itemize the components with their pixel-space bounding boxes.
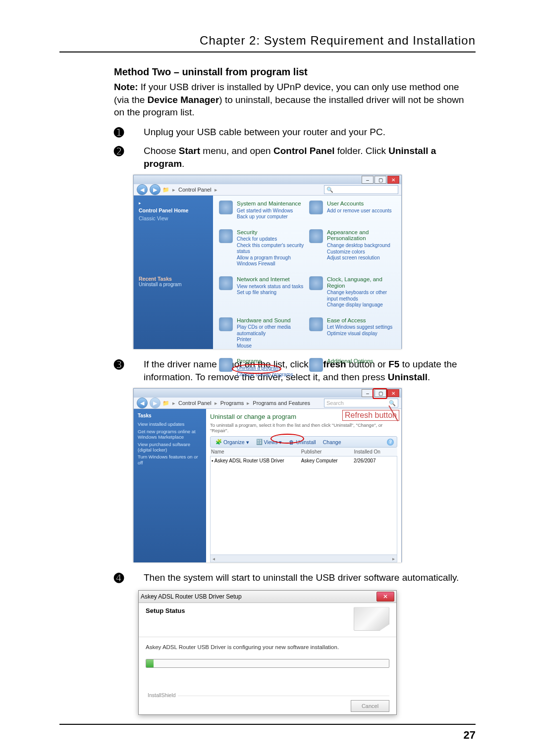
back-button[interactable]: ◀ (137, 184, 148, 195)
link-backup[interactable]: Back up your computer (237, 214, 301, 220)
breadcrumb-programs[interactable]: Programs (220, 400, 244, 406)
ease-icon (309, 317, 323, 331)
table-row[interactable]: ▪ Askey ADSL Router USB Driver Askey Com… (211, 456, 397, 465)
cat-security[interactable]: Security Check for updates Check this co… (219, 229, 305, 267)
cat-ease-access[interactable]: Ease of Access Let Windows suggest setti… (309, 317, 395, 350)
close-button[interactable]: ✕ (387, 389, 399, 397)
sidebar-classic-view[interactable]: Classic View (139, 215, 208, 221)
back-button[interactable]: ◀ (137, 398, 148, 408)
link-suggest-settings[interactable]: Let Windows suggest settings (327, 324, 392, 331)
link-printer[interactable]: Printer (237, 337, 305, 343)
change-button[interactable]: Change (321, 438, 343, 446)
user-accounts-icon (309, 201, 323, 214)
toolbar: 🧩 Organize ▾ 🔡 Views ▾ 🗑 Uninstall (210, 436, 397, 448)
organize-button[interactable]: 🧩 Organize ▾ (214, 438, 251, 446)
task-marketplace[interactable]: Get new programs online at Windows Marke… (138, 429, 202, 440)
header-rule (59, 51, 476, 52)
control-panel-main: System and Maintenance Get started with … (213, 196, 401, 349)
dialog-titlebar: Askey ADSL Router USB Driver Setup ✕ (139, 591, 396, 603)
link-screen-res[interactable]: Adjust screen resolution (327, 255, 395, 261)
page-number: 27 (59, 729, 476, 742)
task-windows-features[interactable]: Turn Windows features on or off (138, 454, 202, 465)
cat-hardware[interactable]: Hardware and Sound Play CDs or other med… (219, 317, 305, 350)
dialog-title: Askey ADSL Router USB Driver Setup (141, 593, 242, 600)
program-list[interactable]: ▪ Askey ADSL Router USB Driver Askey Com… (210, 456, 397, 562)
close-button[interactable]: ✕ (387, 176, 399, 184)
folder-icon: 📁 (162, 400, 169, 406)
link-file-sharing[interactable]: Set up file sharing (237, 290, 303, 296)
link-customize-colors[interactable]: Customize colors (327, 249, 395, 255)
figure-installshield: Askey ADSL Router USB Driver Setup ✕ Set… (138, 590, 397, 715)
views-button[interactable]: 🔡 Views ▾ (254, 438, 284, 446)
views-label: Views (264, 439, 278, 445)
method-heading: Method Two – uninstall from program list (114, 66, 476, 78)
breadcrumb-control-panel[interactable]: Control Panel (178, 187, 212, 193)
link-optimize-visual[interactable]: Optimize visual display (327, 331, 392, 337)
views-icon: 🔡 (256, 439, 263, 445)
footer-rule (59, 724, 476, 725)
help-button[interactable]: ? (387, 439, 394, 446)
forward-button[interactable]: ▶ (150, 184, 160, 195)
search-box[interactable]: 🔍 (324, 185, 398, 194)
task-purchased[interactable]: View purchased software (digital locker) (138, 442, 202, 453)
minimize-button[interactable]: – (362, 176, 374, 184)
figure-control-panel: – ▢ ✕ ◀ ▶ 📁 ▸ Control Panel ▸ 🔍 ▸ Contro… (133, 175, 402, 349)
col-installed[interactable]: Installed On (354, 449, 396, 454)
link-uninstall-program[interactable]: Uninstall a program (237, 365, 293, 372)
step-4-text: Then the system will start to uninstall … (144, 571, 476, 584)
step-2-number: ➋ (114, 145, 144, 158)
link-check-updates[interactable]: Check for updates (237, 236, 305, 243)
link-network-status[interactable]: View network status and tasks (237, 284, 303, 290)
window-titlebar: – ▢ ✕ (134, 175, 401, 184)
breadcrumb-features[interactable]: Programs and Features (253, 400, 310, 406)
control-panel-sidebar: ▸ Control Panel Home Classic View Recent… (134, 196, 213, 349)
step-4-number: ➍ (114, 571, 144, 585)
link-desktop-bg[interactable]: Change desktop background (327, 243, 395, 249)
link-firewall[interactable]: Allow a program through Windows Firewall (237, 255, 305, 267)
link-keyboards[interactable]: Change keyboards or other input methods (327, 290, 395, 302)
cat-additional[interactable]: Additional Options (309, 358, 395, 378)
maximize-button[interactable]: ▢ (374, 176, 386, 184)
col-publisher[interactable]: Publisher (301, 449, 354, 454)
cell-publisher: Askey Computer (301, 458, 354, 463)
list-header: Name Publisher Installed On (210, 448, 397, 456)
sidebar-recent-item[interactable]: Uninstall a program (139, 282, 208, 287)
forward-button[interactable]: ▶ (150, 398, 160, 408)
cat-user-accounts[interactable]: User Accounts Add or remove user account… (309, 201, 395, 220)
dialog-footer: InstallShield Cancel (146, 696, 389, 712)
link-display-lang[interactable]: Change display language (327, 302, 395, 308)
cat-programs[interactable]: Programs Uninstall a program Change star… (219, 358, 305, 378)
cat-title: Security (237, 229, 305, 236)
hardware-icon (219, 317, 233, 331)
search-box[interactable]: Search 🔍 (324, 399, 398, 407)
link-check-security[interactable]: Check this computer's security status (237, 243, 305, 255)
cat-clock-lang[interactable]: Clock, Language, and Region Change keybo… (309, 276, 395, 308)
cat-system-maintenance[interactable]: System and Maintenance Get started with … (219, 201, 305, 220)
cancel-button[interactable]: Cancel (351, 700, 389, 712)
sidebar-home[interactable]: Control Panel Home (139, 207, 208, 213)
tasks-heading: Tasks (138, 413, 202, 418)
uninstall-button[interactable]: 🗑 Uninstall (287, 438, 318, 446)
close-button[interactable]: ✕ (376, 592, 394, 602)
cat-network[interactable]: Network and Internet View network status… (219, 276, 305, 308)
s2-start: Start (179, 146, 200, 156)
horizontal-scrollbar[interactable]: ◂▸ (211, 554, 397, 562)
link-startup-programs[interactable]: Change startup programs (237, 372, 293, 378)
breadcrumb-cp[interactable]: Control Panel (178, 400, 212, 406)
link-add-remove-users[interactable]: Add or remove user accounts (327, 208, 392, 214)
method-note: Note: If your USB driver is installed by… (114, 81, 476, 119)
link-mouse[interactable]: Mouse (237, 343, 305, 350)
maximize-button[interactable]: ▢ (374, 389, 386, 397)
col-name[interactable]: Name (211, 449, 301, 454)
link-get-started[interactable]: Get started with Windows (237, 208, 301, 214)
s3-t4: . (428, 372, 430, 382)
minimize-button[interactable]: – (362, 389, 374, 397)
cat-title: Programs (237, 358, 293, 364)
link-autoplay[interactable]: Play CDs or other media automatically (237, 324, 305, 337)
cell-installed: 2/26/2007 (354, 458, 396, 463)
task-view-updates[interactable]: View installed updates (138, 421, 202, 427)
setup-message: Askey ADSL Router USB Driver is configur… (146, 644, 389, 650)
cat-appearance[interactable]: Appearance and Personalization Change de… (309, 229, 395, 267)
cat-title: Appearance and Personalization (327, 229, 395, 242)
organize-label: Organize (223, 439, 245, 445)
